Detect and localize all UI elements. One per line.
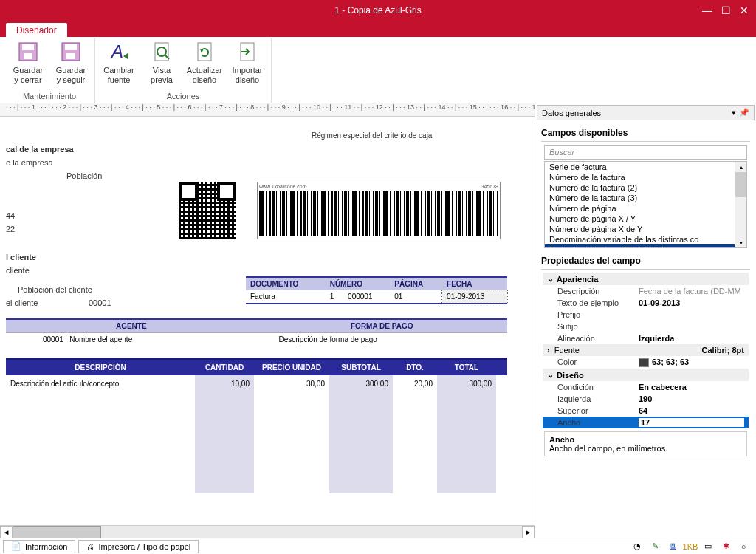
- import-design-button[interactable]: Importar diseño: [227, 38, 268, 90]
- change-font-button[interactable]: A Cambiar fuente: [98, 38, 140, 90]
- prop-izquierda[interactable]: 190: [639, 394, 744, 403]
- canvas-scroll[interactable]: cal de la empresa e la empresa Población…: [0, 117, 535, 525]
- ribbon-group-maintenance: Mantenimiento: [23, 90, 76, 103]
- item-price[interactable]: 30,00: [254, 375, 329, 493]
- agent-code[interactable]: 00001: [43, 335, 63, 343]
- group-design[interactable]: ⌄Diseño: [543, 369, 749, 381]
- status-icon-4[interactable]: 1KB: [684, 541, 697, 553]
- th-numero: NÚMERO: [326, 277, 391, 290]
- save-close-button[interactable]: Guardar y cerrar: [7, 38, 49, 90]
- status-icon-3[interactable]: 🖶: [666, 541, 679, 553]
- status-icon-7[interactable]: ○: [737, 541, 750, 553]
- field-item[interactable]: Número de la factura (3): [545, 193, 746, 203]
- scroll-right-icon[interactable]: ►: [522, 526, 535, 538]
- item-dto[interactable]: 20,00: [393, 375, 437, 493]
- info-icon: 📄: [11, 541, 21, 551]
- td-numero[interactable]: 000001: [343, 290, 390, 304]
- prop-superior[interactable]: 64: [639, 406, 744, 415]
- title-bar: 1 - Copia de Azul-Gris — ☐ ✕: [0, 0, 756, 21]
- prop-sufijo[interactable]: [639, 322, 744, 331]
- field-item[interactable]: Número de página X / Y: [545, 213, 746, 224]
- item-desc[interactable]: Descripción del artículo/concepto: [6, 375, 195, 493]
- property-help: Ancho Ancho del campo, en milímetros.: [544, 431, 747, 456]
- group-font[interactable]: ›FuenteCalibri; 8pt: [543, 344, 749, 356]
- close-button[interactable]: ✕: [740, 4, 749, 16]
- prop-prefijo[interactable]: [639, 310, 744, 319]
- forma-pago-desc[interactable]: Descripción de forma de pago: [257, 335, 508, 343]
- properties-panel: Datos generales ▾📌 Campos disponibles Bu…: [535, 103, 756, 538]
- item-total[interactable]: 300,00: [437, 375, 496, 493]
- prop-alineacion[interactable]: Izquierda: [639, 334, 744, 343]
- th-dto: DTO.: [393, 360, 437, 375]
- field-item[interactable]: Denominación variable de las distintas c…: [545, 234, 746, 244]
- th-agente: AGENTE: [6, 320, 257, 332]
- group-appearance[interactable]: ⌄Apariencia: [543, 273, 749, 285]
- chevron-down-icon: ⌄: [547, 274, 554, 284]
- td-documento[interactable]: Factura: [246, 290, 326, 304]
- prop-ancho-selected[interactable]: Ancho17: [543, 417, 749, 428]
- panel-dropdown[interactable]: Datos generales ▾📌: [537, 105, 755, 120]
- item-sub[interactable]: 300,00: [329, 375, 393, 493]
- th-documento: DOCUMENTO: [246, 277, 326, 290]
- field-item[interactable]: Serie de factura: [545, 162, 746, 172]
- update-design-button[interactable]: Actualizar diseño: [184, 38, 225, 90]
- agent-name[interactable]: Nombre del agente: [69, 335, 132, 343]
- scroll-up-icon[interactable]: ▴: [735, 162, 746, 172]
- client-label: cliente: [6, 266, 30, 275]
- field-item[interactable]: Número de página: [545, 203, 746, 213]
- item-qty[interactable]: 10,00: [195, 375, 254, 493]
- color-swatch: [639, 358, 649, 367]
- td-pagina[interactable]: 01: [390, 290, 442, 304]
- scroll-down-icon[interactable]: ▾: [735, 237, 746, 247]
- field-item[interactable]: Número de la factura: [545, 172, 746, 182]
- minimize-button[interactable]: —: [702, 4, 712, 16]
- field-item[interactable]: Número de página X de Y: [545, 224, 746, 234]
- preview-button[interactable]: Vista previa: [141, 38, 182, 90]
- company-fiscal-label: cal de la empresa: [6, 145, 74, 154]
- maximize-button[interactable]: ☐: [721, 4, 731, 16]
- status-icon-2[interactable]: ✎: [648, 541, 662, 553]
- prop-ejemplo[interactable]: 01-09-2013: [639, 298, 744, 307]
- n22-label: 22: [6, 225, 15, 233]
- qr-code: [179, 182, 236, 239]
- status-icon-5[interactable]: ▭: [701, 541, 715, 553]
- horizontal-ruler: · · · | · · · 1 · · · | · · · 2 · · · | …: [0, 103, 535, 117]
- horizontal-scrollbar[interactable]: ◄ ►: [0, 525, 535, 538]
- svg-rect-2: [24, 53, 32, 59]
- design-canvas[interactable]: cal de la empresa e la empresa Población…: [0, 117, 517, 525]
- save-continue-button[interactable]: Guardar y seguir: [50, 38, 92, 90]
- th-fecha: FECHA: [442, 277, 507, 290]
- scroll-left-icon[interactable]: ◄: [0, 526, 13, 538]
- prop-color[interactable]: 63; 63; 63: [639, 358, 744, 367]
- field-list[interactable]: Serie de factura Número de la factura Nú…: [544, 161, 747, 248]
- update-icon: [193, 40, 216, 64]
- ribbon: Guardar y cerrar Guardar y seguir Manten…: [0, 37, 756, 103]
- status-icon-1[interactable]: ◔: [630, 541, 644, 553]
- field-item-selected[interactable]: Fecha de la factura (DD-MM-AA): [545, 244, 746, 248]
- prop-condicion[interactable]: En cabecera: [639, 383, 744, 391]
- field-item[interactable]: Número de la factura (2): [545, 182, 746, 193]
- status-icon-6[interactable]: ✱: [719, 541, 732, 553]
- pin-icon[interactable]: 📌: [739, 108, 749, 117]
- info-button[interactable]: 📄 Información: [3, 540, 75, 553]
- svg-rect-5: [66, 53, 75, 59]
- printer-button[interactable]: 🖨 Impresora / Tipo de papel: [78, 540, 199, 553]
- tab-designer[interactable]: Diseñador: [6, 23, 67, 37]
- client-header: l cliente: [6, 253, 36, 261]
- dropdown-icon[interactable]: ▾: [732, 108, 736, 117]
- preview-icon: [150, 40, 173, 64]
- chevron-down-icon: ⌄: [547, 370, 554, 380]
- field-properties-title: Propiedades del campo: [541, 253, 750, 270]
- scroll-thumb[interactable]: [13, 526, 101, 538]
- scroll-thumb[interactable]: [735, 172, 746, 197]
- el-cliente-label: el cliente: [6, 298, 38, 307]
- search-input[interactable]: Buscar: [544, 145, 747, 160]
- td-fecha-selected[interactable]: 01-09-2013: [442, 290, 507, 304]
- svg-rect-1: [22, 44, 34, 50]
- list-scrollbar[interactable]: ▴ ▾: [735, 162, 746, 247]
- design-area: · · · | · · · 1 · · · | · · · 2 · · · | …: [0, 103, 535, 538]
- td-serie[interactable]: 1: [326, 290, 343, 304]
- barcode-icon: [259, 191, 498, 236]
- svg-rect-4: [65, 44, 77, 50]
- printer-icon: 🖨: [86, 542, 94, 551]
